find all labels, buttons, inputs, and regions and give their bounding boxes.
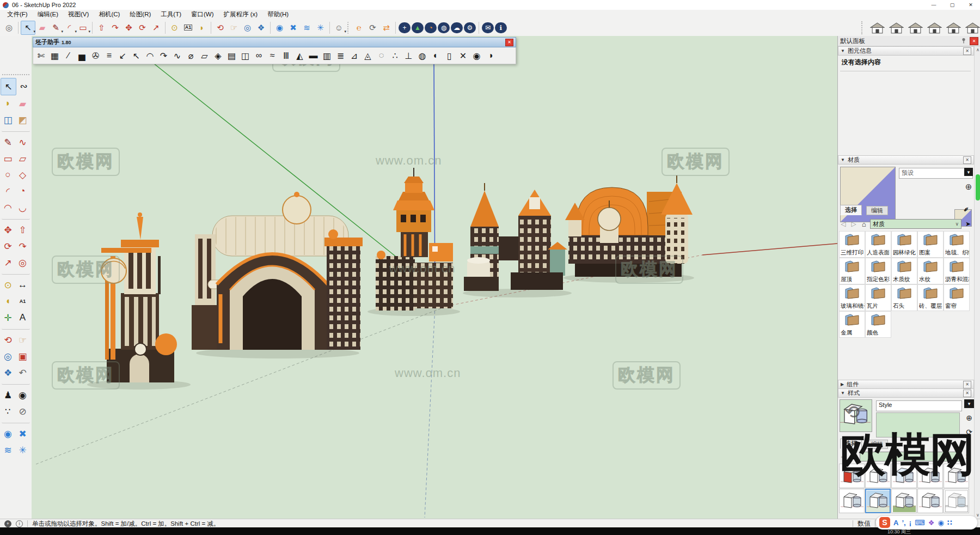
toolbar-icon[interactable]: ◗ bbox=[195, 21, 209, 34]
pizi-toolbar-titlebar[interactable]: 坯子助手 1.80 ✕ bbox=[33, 37, 516, 47]
toolbar-icon[interactable]: ◉ bbox=[273, 21, 286, 34]
house-icon[interactable] bbox=[946, 22, 961, 34]
material-category-folder[interactable]: 沥青和混凝土 bbox=[944, 258, 970, 284]
style-name-field[interactable]: Style bbox=[876, 400, 962, 411]
styles-tab-edit[interactable]: 编辑 bbox=[866, 440, 888, 449]
tool-icon[interactable]: ∾ bbox=[16, 78, 31, 94]
pizi-tool-icon[interactable]: ◉ bbox=[470, 48, 483, 63]
style-thumbnail[interactable] bbox=[917, 489, 943, 513]
tool-icon[interactable]: ▱ bbox=[15, 150, 30, 167]
toolbar-icon[interactable]: ✖ bbox=[286, 21, 300, 34]
tool-icon[interactable]: ⇧ bbox=[15, 222, 30, 238]
menu-item[interactable]: 工具(T) bbox=[156, 10, 186, 19]
tool-icon[interactable]: ≋ bbox=[1, 442, 15, 458]
tool-icon[interactable]: ↔ bbox=[15, 277, 30, 293]
pizi-tool-icon[interactable]: ↙ bbox=[116, 48, 130, 63]
toolbar-icon[interactable]: ≋ bbox=[300, 21, 314, 34]
toolbar-icon[interactable]: ☞ bbox=[227, 21, 241, 34]
menu-item[interactable]: 窗口(W) bbox=[186, 10, 219, 19]
style-thumbnail[interactable] bbox=[891, 464, 917, 488]
menu-item[interactable]: 帮助(H) bbox=[262, 10, 293, 19]
ime-icon[interactable]: S bbox=[879, 517, 890, 528]
menu-item[interactable]: 视图(V) bbox=[63, 10, 94, 19]
back-arrow-icon[interactable]: ◁ bbox=[839, 220, 848, 228]
collapse-arrow-icon[interactable]: ▶ bbox=[841, 382, 844, 387]
ime-icon[interactable]: ❖ bbox=[928, 519, 935, 527]
toolbar-icon[interactable]: ✥ bbox=[122, 21, 136, 34]
forward-arrow-icon[interactable]: ▷ bbox=[849, 220, 858, 228]
toolbar-icon[interactable]: ▰ bbox=[35, 21, 49, 34]
pizi-tool-icon[interactable]: ✇ bbox=[89, 48, 102, 63]
tool-icon[interactable]: ◔ bbox=[15, 183, 30, 199]
ime-icon[interactable]: ’, bbox=[902, 519, 905, 527]
collapse-arrow-icon[interactable]: ▼ bbox=[841, 391, 845, 396]
pizi-tool-icon[interactable]: ≡ bbox=[102, 48, 116, 63]
menu-item[interactable]: 编辑(E) bbox=[33, 10, 63, 19]
toolbar-icon[interactable]: ◎ bbox=[241, 21, 254, 34]
pizi-tool-icon[interactable]: ▅ bbox=[75, 48, 89, 63]
ime-icon[interactable]: ¡ bbox=[909, 519, 911, 527]
entity-info-header[interactable]: ▼ 图元信息 ✕ bbox=[838, 46, 974, 56]
toolbar-icon[interactable]: ◜ bbox=[63, 21, 76, 34]
scroll-up-icon[interactable]: ∧ bbox=[975, 47, 980, 52]
materials-tab-edit[interactable]: 编辑 bbox=[866, 206, 888, 215]
tool-icon[interactable] bbox=[2, 326, 30, 330]
toolbar-icon[interactable] bbox=[395, 22, 396, 34]
tool-icon[interactable]: ◖ bbox=[1, 293, 15, 309]
tool-icon[interactable]: ✎ bbox=[1, 134, 15, 150]
tool-icon[interactable]: ◉ bbox=[15, 387, 30, 403]
tool-icon[interactable]: ◡ bbox=[15, 199, 30, 216]
pizi-tool-icon[interactable]: ⌀ bbox=[184, 48, 198, 63]
tray-close-button[interactable]: ✕ bbox=[970, 37, 978, 45]
pin-icon[interactable] bbox=[961, 38, 966, 45]
menu-item[interactable]: 相机(C) bbox=[94, 10, 125, 19]
style-description-field[interactable] bbox=[876, 412, 960, 437]
tool-icon[interactable] bbox=[2, 128, 30, 132]
pizi-tool-icon[interactable]: ∕ bbox=[62, 48, 75, 63]
toolbar-icon[interactable]: ◎ bbox=[2, 21, 16, 34]
tool-icon[interactable]: ◇ bbox=[15, 167, 30, 183]
tool-icon[interactable]: ❖ bbox=[1, 364, 15, 381]
material-category-folder[interactable]: 图案 bbox=[917, 231, 944, 258]
style-thumbnail[interactable] bbox=[944, 489, 969, 513]
tool-icon[interactable]: ↷ bbox=[15, 238, 30, 254]
house-icon[interactable] bbox=[870, 22, 885, 34]
material-category-folder[interactable]: 木质纹 bbox=[891, 258, 917, 284]
pizi-tool-icon[interactable]: Ⅲ bbox=[279, 48, 293, 63]
material-category-folder[interactable]: 玻璃和镜子 bbox=[839, 284, 865, 311]
close-button[interactable]: ✕ bbox=[961, 1, 980, 10]
collapse-arrow-icon[interactable]: ▼ bbox=[841, 157, 845, 162]
toolbar-icon[interactable] bbox=[211, 22, 211, 34]
material-name-field[interactable]: 预设 bbox=[899, 168, 973, 179]
pizi-tool-icon[interactable]: ▤ bbox=[225, 48, 238, 63]
house-icon[interactable] bbox=[927, 22, 942, 34]
toolbar-drag-handle[interactable] bbox=[861, 21, 864, 34]
components-close-button[interactable]: ✕ bbox=[963, 381, 971, 388]
toolbar-icon[interactable] bbox=[329, 22, 330, 34]
style-thumbnail[interactable] bbox=[839, 489, 865, 513]
toolbar-icon[interactable]: ◍ bbox=[438, 22, 450, 33]
materials-header[interactable]: ▼ 材质 ✕ bbox=[838, 155, 974, 165]
pizi-toolbar-close-button[interactable]: ✕ bbox=[505, 39, 513, 46]
pizi-tool-icon[interactable]: ▬ bbox=[307, 48, 320, 63]
material-category-folder[interactable]: 颜色 bbox=[865, 311, 891, 338]
style-thumbnail[interactable] bbox=[944, 464, 969, 488]
help-info-icon[interactable]: i bbox=[16, 520, 23, 527]
ime-icon[interactable]: ⌨ bbox=[915, 519, 925, 527]
house-icon[interactable] bbox=[889, 22, 904, 34]
pizi-tool-icon[interactable]: ✄ bbox=[34, 48, 48, 63]
material-category-folder[interactable]: 屋顶 bbox=[839, 258, 865, 284]
details-arrow-icon[interactable]: ➤ bbox=[963, 453, 973, 460]
materials-tab-select[interactable]: 选择 bbox=[840, 205, 862, 215]
pizi-tool-icon[interactable]: ◑ bbox=[483, 48, 497, 63]
pizi-tool-icon[interactable]: ▦ bbox=[48, 48, 62, 63]
in-model-home-icon[interactable]: ⌂ bbox=[860, 220, 868, 228]
tool-icon[interactable]: ↶ bbox=[15, 364, 30, 381]
materials-category-dropdown[interactable]: 材质 ∨ bbox=[870, 219, 961, 229]
toolbar-icon[interactable]: A1 bbox=[181, 21, 195, 34]
viewport-3d[interactable]: 欧模网www.om.cn欧模网欧模网www.om.cn欧模网欧模网www.om.… bbox=[32, 36, 837, 519]
tool-icon[interactable]: ✖ bbox=[15, 425, 30, 442]
tool-icon[interactable]: ✛ bbox=[1, 309, 15, 326]
material-category-folder[interactable]: 瓦片 bbox=[865, 284, 891, 311]
toolbar-icon[interactable]: ⊙ bbox=[168, 21, 181, 34]
